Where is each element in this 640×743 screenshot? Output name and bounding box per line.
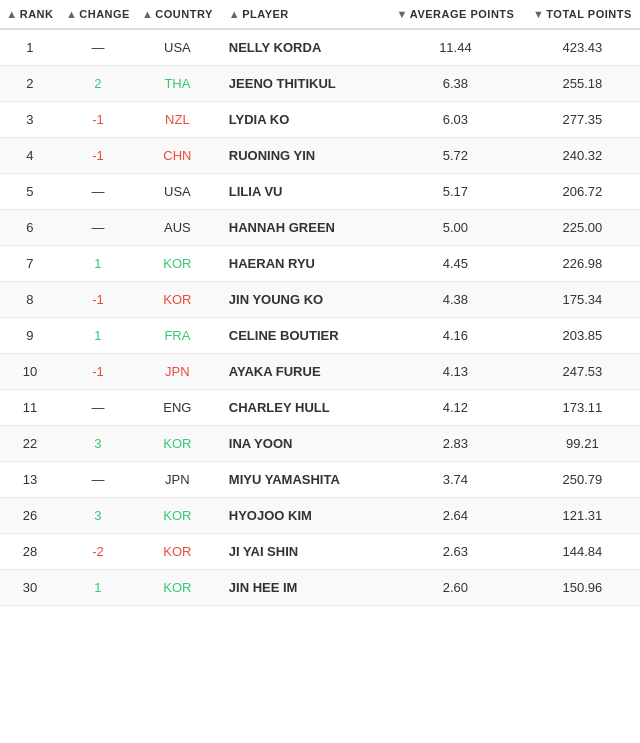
avg-points-value: 6.03 (386, 102, 525, 138)
country-value: KOR (136, 534, 219, 570)
country-value: KOR (136, 426, 219, 462)
total-points-value: 225.00 (525, 210, 640, 246)
country-header[interactable]: ▲COUNTRY (136, 0, 219, 29)
total-points-value: 255.18 (525, 66, 640, 102)
table-row: 4-1CHNRUONING YIN5.72240.32 (0, 138, 640, 174)
total-points-value: 175.34 (525, 282, 640, 318)
country-value: KOR (136, 498, 219, 534)
avg-points-value: 6.38 (386, 66, 525, 102)
total-points-value: 226.98 (525, 246, 640, 282)
player-name[interactable]: RUONING YIN (219, 138, 386, 174)
table-row: 301KORJIN HEE IM2.60150.96 (0, 570, 640, 606)
avg-points-value: 3.74 (386, 462, 525, 498)
avg-points-value: 4.38 (386, 282, 525, 318)
total-points-value: 203.85 (525, 318, 640, 354)
rank-value: 9 (0, 318, 60, 354)
player-name[interactable]: CELINE BOUTIER (219, 318, 386, 354)
change-value: 3 (60, 426, 136, 462)
avg-points-value: 2.83 (386, 426, 525, 462)
player-name[interactable]: NELLY KORDA (219, 29, 386, 66)
rank-value: 4 (0, 138, 60, 174)
avg-header[interactable]: ▼AVERAGE POINTS (386, 0, 525, 29)
player-name[interactable]: LYDIA KO (219, 102, 386, 138)
country-value: AUS (136, 210, 219, 246)
total-sort-icon: ▼ (533, 8, 544, 20)
table-row: 263KORHYOJOO KIM2.64121.31 (0, 498, 640, 534)
total-points-value: 250.79 (525, 462, 640, 498)
rank-value: 26 (0, 498, 60, 534)
player-name[interactable]: HAERAN RYU (219, 246, 386, 282)
avg-points-value: 4.45 (386, 246, 525, 282)
table-row: 11—ENGCHARLEY HULL4.12173.11 (0, 390, 640, 426)
change-value: 2 (60, 66, 136, 102)
total-header[interactable]: ▼TOTAL POINTS (525, 0, 640, 29)
player-name[interactable]: JIN YOUNG KO (219, 282, 386, 318)
rank-value: 28 (0, 534, 60, 570)
rank-header[interactable]: ▲RANK (0, 0, 60, 29)
player-name[interactable]: AYAKA FURUE (219, 354, 386, 390)
country-value: USA (136, 174, 219, 210)
player-name[interactable]: LILIA VU (219, 174, 386, 210)
player-name[interactable]: MIYU YAMASHITA (219, 462, 386, 498)
rank-value: 30 (0, 570, 60, 606)
rank-value: 3 (0, 102, 60, 138)
country-value: KOR (136, 570, 219, 606)
player-header[interactable]: ▲PLAYER (219, 0, 386, 29)
avg-points-value: 4.16 (386, 318, 525, 354)
country-value: JPN (136, 354, 219, 390)
change-value: -1 (60, 282, 136, 318)
total-points-value: 150.96 (525, 570, 640, 606)
change-value: 1 (60, 570, 136, 606)
avg-points-value: 2.64 (386, 498, 525, 534)
total-points-value: 121.31 (525, 498, 640, 534)
country-sort-icon: ▲ (142, 8, 153, 20)
player-name[interactable]: JIN HEE IM (219, 570, 386, 606)
avg-points-value: 4.12 (386, 390, 525, 426)
avg-points-value: 11.44 (386, 29, 525, 66)
player-name[interactable]: CHARLEY HULL (219, 390, 386, 426)
change-value: — (60, 29, 136, 66)
total-points-value: 247.53 (525, 354, 640, 390)
player-name[interactable]: HANNAH GREEN (219, 210, 386, 246)
change-sort-icon: ▲ (66, 8, 77, 20)
table-row: 10-1JPNAYAKA FURUE4.13247.53 (0, 354, 640, 390)
change-value: -1 (60, 138, 136, 174)
player-name[interactable]: JI YAI SHIN (219, 534, 386, 570)
rank-value: 11 (0, 390, 60, 426)
table-row: 223KORINA YOON2.8399.21 (0, 426, 640, 462)
rankings-table-container: ▲RANK ▲CHANGE ▲COUNTRY ▲PLAYER ▼AVERAGE … (0, 0, 640, 606)
total-points-value: 277.35 (525, 102, 640, 138)
total-points-value: 99.21 (525, 426, 640, 462)
rank-sort-icon: ▲ (6, 8, 17, 20)
avg-points-value: 5.17 (386, 174, 525, 210)
table-row: 5—USALILIA VU5.17206.72 (0, 174, 640, 210)
table-row: 28-2KORJI YAI SHIN2.63144.84 (0, 534, 640, 570)
rank-value: 6 (0, 210, 60, 246)
country-value: KOR (136, 246, 219, 282)
table-row: 22THAJEENO THITIKUL6.38255.18 (0, 66, 640, 102)
avg-points-value: 5.00 (386, 210, 525, 246)
avg-points-value: 4.13 (386, 354, 525, 390)
player-name[interactable]: JEENO THITIKUL (219, 66, 386, 102)
rankings-table: ▲RANK ▲CHANGE ▲COUNTRY ▲PLAYER ▼AVERAGE … (0, 0, 640, 606)
change-header[interactable]: ▲CHANGE (60, 0, 136, 29)
country-value: USA (136, 29, 219, 66)
table-row: 13—JPNMIYU YAMASHITA3.74250.79 (0, 462, 640, 498)
player-name[interactable]: INA YOON (219, 426, 386, 462)
change-value: 3 (60, 498, 136, 534)
player-name[interactable]: HYOJOO KIM (219, 498, 386, 534)
rank-value: 2 (0, 66, 60, 102)
rank-value: 22 (0, 426, 60, 462)
table-header-row: ▲RANK ▲CHANGE ▲COUNTRY ▲PLAYER ▼AVERAGE … (0, 0, 640, 29)
country-value: JPN (136, 462, 219, 498)
table-row: 3-1NZLLYDIA KO6.03277.35 (0, 102, 640, 138)
change-value: -1 (60, 102, 136, 138)
total-points-value: 423.43 (525, 29, 640, 66)
total-points-value: 173.11 (525, 390, 640, 426)
total-points-value: 144.84 (525, 534, 640, 570)
country-value: KOR (136, 282, 219, 318)
table-row: 71KORHAERAN RYU4.45226.98 (0, 246, 640, 282)
table-row: 8-1KORJIN YOUNG KO4.38175.34 (0, 282, 640, 318)
country-value: THA (136, 66, 219, 102)
country-value: FRA (136, 318, 219, 354)
